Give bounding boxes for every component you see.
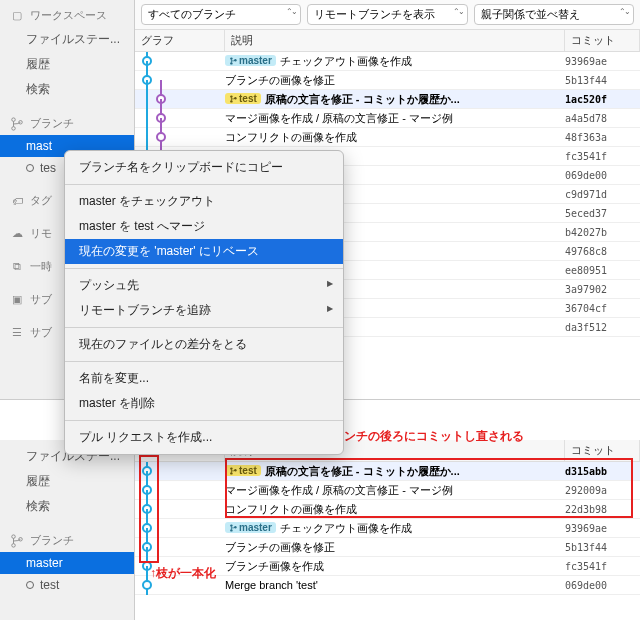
branch-dot-icon: [26, 581, 34, 589]
remote-branch-select[interactable]: リモートブランチを表示: [307, 4, 467, 25]
label: タグ: [30, 193, 52, 208]
sidebar-filestatus[interactable]: ファイルステー...: [0, 27, 134, 52]
hash-cell: ee80951: [565, 265, 640, 276]
commit-row[interactable]: ブランチの画像を修正5b13f44: [135, 71, 640, 90]
branch-tag-master: master: [225, 55, 276, 66]
desc-cell: masterチェックアウト画像を作成: [225, 521, 565, 536]
desc-cell: masterチェックアウト画像を作成: [225, 54, 565, 69]
commit-row[interactable]: ブランチの画像を修正5b13f44: [135, 538, 640, 557]
sidebar: ファイルステー... 履歴 検索 ブランチ master test: [0, 440, 135, 620]
graph-cell: [135, 71, 225, 89]
sidebar-branch-master[interactable]: master: [0, 552, 134, 574]
branch-filter-select[interactable]: すべてのブランチ: [141, 4, 301, 25]
branch-tag-test: test: [225, 93, 261, 104]
commit-row[interactable]: マージ画像を作成 / 原稿の文言修正 - マージ例a4a5d78: [135, 109, 640, 128]
tag-icon: 🏷: [10, 194, 24, 208]
annotation-unified: ↑枝が一本化: [150, 565, 216, 582]
hash-cell: 069de00: [565, 170, 640, 181]
menu-separator: [65, 184, 343, 185]
menu-item[interactable]: master を test へマージ: [65, 214, 343, 239]
branch-icon: [10, 534, 24, 548]
bottom-pane: ↓ ↓リベースされたブランチの後ろにコミットし直される ファイルステー... 履…: [0, 440, 640, 620]
menu-item[interactable]: 現在の変更を 'master' にリベース: [65, 239, 343, 264]
desc-cell: Merge branch 'test': [225, 579, 565, 591]
desc-cell: ブランチの画像を修正: [225, 73, 565, 88]
commit-row[interactable]: test原稿の文言を修正 - コミットか履歴か...1ac520f: [135, 90, 640, 109]
label: リモ: [30, 226, 52, 241]
graph-cell: [135, 128, 225, 146]
col-graph[interactable]: グラフ: [135, 30, 225, 51]
svg-point-43: [12, 543, 16, 547]
hash-cell: 93969ae: [565, 523, 640, 534]
sort-select[interactable]: 親子関係で並べ替え: [474, 4, 634, 25]
commit-row[interactable]: masterチェックアウト画像を作成93969ae: [135, 519, 640, 538]
col-desc[interactable]: 説明: [225, 30, 565, 51]
highlight-graph: [139, 455, 159, 563]
label: ファイルステー...: [26, 31, 120, 48]
stash-icon: ⧉: [10, 260, 24, 274]
sidebar-search[interactable]: 検索: [0, 77, 134, 102]
sidebar-branches[interactable]: ブランチ: [0, 529, 134, 552]
desc-cell: ブランチ画像を作成: [225, 559, 565, 574]
sidebar-branch-test[interactable]: test: [0, 574, 134, 596]
hash-cell: 48f363a: [565, 132, 640, 143]
menu-item[interactable]: master をチェックアウト: [65, 189, 343, 214]
label: master: [26, 556, 63, 570]
menu-separator: [65, 268, 343, 269]
label: ブランチ: [30, 533, 74, 548]
subtree-icon: ☰: [10, 326, 24, 340]
label: tes: [40, 161, 56, 175]
sidebar-history[interactable]: 履歴: [0, 469, 134, 494]
hash-cell: a4a5d78: [565, 113, 640, 124]
menu-item[interactable]: ブランチ名をクリップボードにコピー: [65, 155, 343, 180]
desc-cell: ブランチの画像を修正: [225, 540, 565, 555]
sidebar-branches[interactable]: ブランチ: [0, 112, 134, 135]
menu-item[interactable]: 現在のファイルとの差分をとる: [65, 332, 343, 357]
table-header: グラフ 説明 コミット: [135, 30, 640, 52]
col-commit[interactable]: コミット: [565, 30, 640, 51]
highlight-rebased: [225, 458, 633, 518]
hash-cell: 49768c8: [565, 246, 640, 257]
hash-cell: 069de00: [565, 580, 640, 591]
menu-separator: [65, 420, 343, 421]
label: 検索: [26, 498, 50, 515]
sidebar-workspace[interactable]: ▢ ワークスペース: [0, 4, 134, 27]
commit-row[interactable]: コンフリクトの画像を作成48f363a: [135, 128, 640, 147]
graph-cell: [135, 52, 225, 70]
hash-cell: 1ac520f: [565, 94, 640, 105]
hash-cell: 93969ae: [565, 56, 640, 67]
branch-tag-master: master: [225, 522, 276, 533]
menu-item[interactable]: リモートブランチを追跡: [65, 298, 343, 323]
label: test: [40, 578, 59, 592]
context-menu: ブランチ名をクリップボードにコピーmaster をチェックアウトmaster を…: [64, 150, 344, 455]
desc-cell: コンフリクトの画像を作成: [225, 130, 565, 145]
commit-row[interactable]: masterチェックアウト画像を作成93969ae: [135, 52, 640, 71]
label: 履歴: [26, 473, 50, 490]
menu-item[interactable]: プル リクエストを作成...: [65, 425, 343, 450]
top-pane: ▢ ワークスペース ファイルステー... 履歴 検索 ブランチ mast tes…: [0, 0, 640, 400]
menu-item[interactable]: master を削除: [65, 391, 343, 416]
label: サブ: [30, 325, 52, 340]
desc-cell: マージ画像を作成 / 原稿の文言修正 - マージ例: [225, 111, 565, 126]
hash-cell: 5eced37: [565, 208, 640, 219]
sidebar-search[interactable]: 検索: [0, 494, 134, 519]
menu-separator: [65, 361, 343, 362]
label: 一時: [30, 259, 52, 274]
desc-cell: test原稿の文言を修正 - コミットか履歴か...: [225, 92, 565, 107]
branch-icon: [10, 117, 24, 131]
hash-cell: fc3541f: [565, 151, 640, 162]
menu-item[interactable]: プッシュ先: [65, 273, 343, 298]
branch-dot-icon: [26, 164, 34, 172]
svg-point-1: [12, 126, 16, 130]
hash-cell: 3a97902: [565, 284, 640, 295]
menu-separator: [65, 327, 343, 328]
workspace-icon: ▢: [10, 9, 24, 23]
sidebar-history[interactable]: 履歴: [0, 52, 134, 77]
menu-item[interactable]: 名前を変更...: [65, 366, 343, 391]
label: ブランチ: [30, 116, 74, 131]
svg-point-64: [143, 581, 151, 589]
hash-cell: 36704cf: [565, 303, 640, 314]
hash-cell: 5b13f44: [565, 75, 640, 86]
svg-point-21: [157, 133, 165, 141]
cloud-icon: ☁: [10, 227, 24, 241]
